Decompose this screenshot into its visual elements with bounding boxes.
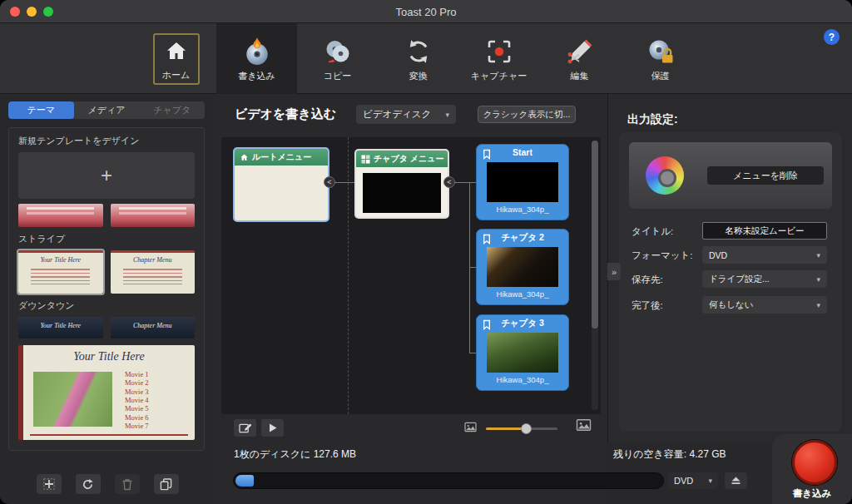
home-icon [161,36,192,67]
thumbnail-text-lines [123,266,182,284]
toolbar-label: ホーム [162,69,191,82]
disc-icon [646,156,684,195]
home-focus-ring: ホーム [153,33,200,85]
section-title-downtown: ダウンタウン [18,299,195,312]
theme-preview[interactable]: Your Title Here Movie 1 Movie 2 Movie 3 … [18,345,195,440]
toolbar-item-capture[interactable]: キャプチャー [458,23,539,94]
toolbar-item-edit[interactable]: 編集 [539,23,620,94]
delete-trash-button[interactable] [115,474,140,494]
disc-capacity-fill [235,475,254,487]
duplicate-button[interactable] [154,474,179,494]
canvas-scrollbar-thumb[interactable] [592,141,598,329]
disc-capacity-bar [233,472,664,489]
format-dropdown[interactable]: DVD ▾ [702,246,827,264]
root-menu-label: ルートメニュー [252,151,311,163]
toolbar-item-burn[interactable]: 書き込み [216,23,297,94]
toolbar-label: 編集 [571,70,589,82]
chapter-menu-header: チャプタ メニュー [356,151,448,167]
tab-themes[interactable]: テーマ [8,101,74,119]
chevron-down-icon: ▾ [445,111,449,119]
toolbar-item-convert[interactable]: 変換 [378,23,458,94]
theme-thumbnail-downtown-title[interactable]: Your Title Here [18,317,103,338]
destination-label: 保存先: [632,274,663,286]
clip-node-chapter3[interactable]: チャプタ 3 Hikawa_304p_ [476,314,569,391]
burn-button[interactable] [792,440,837,485]
grid-icon [361,155,370,164]
after-completion-dropdown[interactable]: 何もしない ▾ [702,296,827,314]
theme-thumbnail-stripe-title[interactable]: Your Title Here [18,250,103,294]
disc-usage-status: 1枚のディスクに 127.6 MB [234,447,356,462]
thumbnail-size-slider[interactable] [486,427,557,430]
sidebar: テーマ メディア チャプタ 新規テンプレートをデザイン + ストライプ Your… [0,94,215,504]
canvas-tools [215,419,607,441]
play-preview-button[interactable] [261,419,284,437]
panel-expand-handle[interactable]: » [607,263,621,280]
capture-frame-icon [483,36,515,67]
small-thumbnails-icon[interactable] [464,421,477,436]
main-toolbar: ホーム 書き込み [0,23,852,94]
theme-thumbnail[interactable] [111,204,196,227]
large-thumbnails-icon[interactable] [576,418,592,435]
theme-thumbnail-downtown-chapter[interactable]: Chapter Menu [111,317,196,338]
root-menu-node[interactable]: ルートメニュー [233,147,329,222]
clip-filename: Hikawa_304p_ [477,289,568,299]
new-template-button[interactable]: + [18,152,195,199]
tab-chapters[interactable]: チャプタ [139,101,205,119]
theme-row-stripe: Your Title Here Chapter Menu [18,250,195,294]
disc-type-dropdown[interactable]: ビデオディスク ▾ [356,105,456,124]
after-completion-field-row: 完了後: 何もしない ▾ [619,296,842,314]
bookmark-icon [483,148,491,163]
movie-title-input[interactable]: 名称未設定ムービー [702,222,827,240]
theme-row-downtown: Your Title Here Chapter Menu [18,317,195,338]
destination-dropdown[interactable]: ドライブ設定... ▾ [702,270,827,288]
chapter-menu-thumbnail [363,173,441,213]
collapse-chapter-button[interactable]: < [443,176,455,188]
destination-field-row: 保存先: ドライブ設定... ▾ [619,270,842,289]
chevron-down-icon: ▾ [816,301,820,309]
clip-node-start[interactable]: Start Hikawa_304p_ [476,144,569,220]
tab-media[interactable]: メディア [74,101,140,119]
clip-thumbnail [487,247,558,287]
disc-type-value: ビデオディスク [363,108,431,121]
classic-view-button[interactable]: クラシック表示に切... [478,106,576,123]
app-window: Toast 20 Pro ホーム [0,0,852,504]
clip-node-chapter2[interactable]: チャプタ 2 Hikawa_304p_ [476,229,569,305]
drive-dropdown[interactable]: DVD ▾ [668,472,718,489]
canvas-scrollbar[interactable] [592,141,598,410]
refresh-loop-button[interactable] [76,474,101,494]
preview-title: Your Title Here [23,350,195,363]
edit-menu-button[interactable] [234,419,256,437]
destination-value: ドライブ設定... [709,274,770,285]
help-button[interactable]: ? [824,29,840,45]
chapter-menu-node[interactable]: チャプタ メニュー [354,149,449,219]
section-title-stripe: ストライプ [18,233,195,245]
toolbar-item-home[interactable]: ホーム [136,23,216,94]
format-field-row: フォーマット: DVD ▾ [619,246,842,264]
after-completion-value: 何もしない [709,299,753,311]
theme-thumbnail-stripe-chapter[interactable]: Chapter Menu [111,250,196,294]
toolbar-label: 保護 [651,70,670,82]
edit-icon [239,422,251,433]
convert-arrows-icon [403,36,434,67]
root-menu-header: ルートメニュー [235,149,328,166]
clip-thumbnail [487,333,558,373]
toolbar-label: キャプチャー [471,70,527,82]
toolbar-item-copy[interactable]: コピー [297,23,378,94]
clip-filename: Hikawa_304p_ [477,375,568,384]
eject-button[interactable] [725,472,747,489]
connector-line [469,267,476,268]
theme-thumbnail[interactable] [18,204,103,227]
clip-thumbnail [487,162,558,202]
menu-flowchart-canvas: ルートメニュー チャプタ メニュー < < Start [221,137,601,414]
free-space-status: 残りの空き容量: 4.27 GB [613,447,726,462]
connector-line [469,353,476,353]
bookmark-icon [483,319,491,334]
drive-value: DVD [674,476,693,486]
copy-disc-icon [322,36,354,67]
slider-knob[interactable] [521,423,532,434]
collapse-root-button[interactable]: < [324,176,335,188]
delete-menu-button[interactable]: メニューを削除 [707,166,824,185]
add-button[interactable] [37,474,62,494]
toolbar-item-protect[interactable]: 保護 [620,23,701,94]
themes-panel: 新規テンプレートをデザイン + ストライプ Your Title Here Ch… [8,127,205,451]
